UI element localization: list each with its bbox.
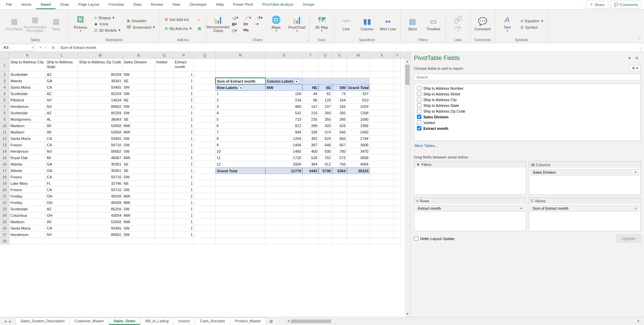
cell[interactable]	[155, 161, 174, 168]
cell[interactable]	[394, 104, 401, 110]
cell[interactable]: 567	[332, 142, 347, 148]
cell[interactable]: WI	[46, 129, 78, 136]
get-addins-button[interactable]: ⊞Get Add-ins	[163, 17, 193, 22]
cell[interactable]: 260	[332, 110, 347, 116]
cell[interactable]: Madison	[9, 219, 46, 225]
slicer-button[interactable]: ▤Slicer	[403, 12, 422, 36]
cell[interactable]	[370, 136, 394, 142]
cell[interactable]	[370, 129, 394, 136]
cell[interactable]: 1	[174, 148, 194, 155]
cell[interactable]: 1	[174, 225, 194, 232]
cell[interactable]	[347, 193, 370, 200]
cell[interactable]	[194, 232, 216, 238]
field-ship-to-address-city[interactable]: Ship to Address City	[414, 97, 640, 102]
row-header-5[interactable]: 5	[0, 91, 9, 97]
my-addins-button[interactable]: ⊞My Add-ins ▾	[163, 26, 193, 31]
columns-pill[interactable]: Sales Division▾	[530, 169, 639, 175]
cell[interactable]	[394, 238, 401, 244]
cell[interactable]	[319, 71, 332, 78]
cell[interactable]: Scottsdale	[9, 71, 46, 78]
cell[interactable]: NE	[302, 84, 319, 91]
cell[interactable]	[302, 78, 319, 84]
cell[interactable]: 1	[174, 116, 194, 123]
cell[interactable]	[394, 148, 401, 155]
row-header-27[interactable]: 27	[0, 232, 9, 238]
cell[interactable]: NE	[123, 97, 155, 104]
cell[interactable]: Santa Maria	[9, 225, 46, 232]
cell[interactable]	[370, 91, 394, 97]
field-list[interactable]: Ship to Address NumberShip to Address St…	[414, 84, 641, 141]
cell[interactable]	[319, 187, 332, 193]
cell[interactable]	[216, 59, 265, 71]
cell[interactable]: 528	[302, 155, 319, 161]
cell[interactable]	[265, 193, 302, 200]
sparkline-column-button[interactable]: ▮▮Column	[358, 12, 377, 36]
cell[interactable]: SW	[123, 174, 155, 180]
cell[interactable]: WI	[46, 219, 78, 225]
cell[interactable]: NV	[46, 148, 78, 155]
row-header-1[interactable]: 1	[0, 59, 9, 71]
cell[interactable]	[370, 200, 394, 206]
cell[interactable]	[347, 59, 370, 71]
cell[interactable]	[370, 174, 394, 180]
cell[interactable]	[9, 238, 46, 244]
cell[interactable]	[347, 71, 370, 78]
cell[interactable]	[155, 200, 174, 206]
field-checkbox[interactable]	[417, 92, 421, 96]
cell[interactable]: CA	[46, 84, 78, 91]
cell[interactable]	[155, 219, 174, 225]
cell[interactable]: 387	[302, 142, 319, 148]
new-sheet-button[interactable]: ⊕	[266, 319, 277, 324]
cell[interactable]	[155, 142, 174, 148]
cell[interactable]	[370, 232, 394, 238]
cell[interactable]: 45839	[78, 193, 123, 200]
row-header-15[interactable]: 15	[0, 155, 9, 161]
cell[interactable]: SE	[123, 161, 155, 168]
pane-settings-button[interactable]: ⚙ ▾	[630, 65, 641, 71]
icons-button[interactable]: ☻Icons	[92, 21, 123, 27]
cell[interactable]: 560	[332, 136, 347, 142]
field-checkbox[interactable]	[417, 115, 421, 119]
cell[interactable]: 337	[347, 91, 370, 97]
cell[interactable]: 85259	[78, 206, 123, 212]
cell[interactable]	[194, 180, 216, 187]
cell[interactable]: GA	[46, 168, 78, 174]
cell[interactable]	[302, 212, 319, 219]
tab-file[interactable]: File	[1, 0, 17, 9]
cell[interactable]	[194, 238, 216, 244]
field-checkbox[interactable]	[417, 97, 421, 102]
cell[interactable]: 93455	[78, 84, 123, 91]
cell[interactable]: 2004	[265, 161, 302, 168]
row-header-11[interactable]: 11	[0, 129, 9, 136]
cell[interactable]	[394, 206, 401, 212]
cell[interactable]: 420	[319, 123, 332, 129]
cell[interactable]	[194, 110, 216, 116]
chart-hier-button[interactable]: ▦▾	[230, 21, 239, 27]
row-header-28[interactable]: 28	[0, 238, 9, 244]
cell[interactable]: AZ	[46, 110, 78, 116]
cell[interactable]: SW	[123, 232, 155, 238]
cell[interactable]: 3443	[302, 168, 319, 174]
cell[interactable]	[319, 193, 332, 200]
col-header-L[interactable]: L	[46, 52, 78, 58]
cell[interactable]: AZ	[46, 71, 78, 78]
cell[interactable]	[319, 225, 332, 232]
cell[interactable]: SW	[123, 71, 155, 78]
col-header-T[interactable]: T	[302, 52, 319, 58]
cell[interactable]	[370, 168, 394, 174]
cell[interactable]: 3006	[347, 142, 370, 148]
cell[interactable]	[265, 174, 302, 180]
cell[interactable]	[394, 212, 401, 219]
cell[interactable]: 2744	[347, 136, 370, 142]
rows-area[interactable]: ≡Rows Extract month▾	[414, 198, 526, 231]
recommended-charts-button[interactable]: 📊Recommended Charts	[209, 12, 228, 36]
visio-button[interactable]: ▦	[196, 26, 203, 31]
cell[interactable]: 1268	[347, 110, 370, 116]
cell[interactable]	[370, 97, 394, 104]
cell[interactable]: Sum of Extract month	[216, 78, 265, 84]
cell[interactable]	[265, 225, 302, 232]
cell[interactable]: CA	[46, 174, 78, 180]
cell[interactable]: Ship to Address Zip Code	[78, 59, 123, 71]
sheet-tab-bill_of_lading[interactable]: Bill_of_Lading	[140, 318, 173, 325]
cell[interactable]: Santa Maria	[9, 136, 46, 142]
